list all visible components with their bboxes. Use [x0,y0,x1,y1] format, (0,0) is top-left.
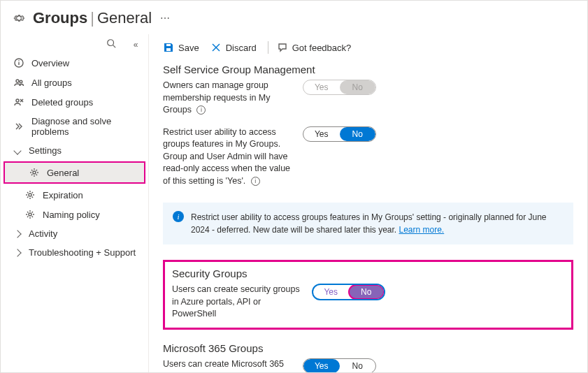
sidebar-item-deleted-groups[interactable]: Deleted groups [1,92,148,112]
section-m365-groups: Microsoft 365 Groups Users can create Mi… [163,342,573,373]
diagnose-icon [13,121,24,132]
setting-label-m365-create: Users can create Microsoft 365 groups in… [163,358,303,373]
info-banner: i Restrict user ability to access groups… [163,203,573,244]
toggle-m365-create[interactable]: Yes No [303,358,376,373]
toolbar: Save Discard Got feedback? [163,34,573,64]
svg-point-10 [33,171,36,174]
feedback-button[interactable]: Got feedback? [277,42,352,53]
section-security-groups: Security Groups Users can create securit… [163,260,573,330]
gear-icon [24,189,36,200]
section-title: Security Groups [172,268,564,279]
highlight-box-general: General [3,161,145,184]
page-header: Groups | General ⋯ [1,1,587,34]
nav-label: Troubleshooting + Support [29,247,136,258]
chevron-right-icon [13,230,21,237]
close-icon [210,42,222,53]
nav-label: All groups [31,78,72,88]
section-self-service: Self Service Group Management Owners can… [163,64,573,187]
nav-label: Diagnose and solve problems [31,116,141,137]
chevron-down-icon [13,147,21,154]
main-content: Save Discard Got feedback? Self Service … [149,34,587,372]
nav-label: Naming policy [43,210,100,220]
info-icon [13,57,24,68]
learn-more-link[interactable]: Learn more. [399,225,445,235]
toggle-yes[interactable]: Yes [303,80,340,94]
header-separator: | [90,9,94,27]
svg-point-4 [18,60,20,61]
sidebar-item-overview[interactable]: Overview [1,53,148,73]
sidebar: « Overview All groups Deleted groups Dia… [1,34,149,372]
nav-label: Expiration [43,190,83,200]
deleted-groups-icon [13,96,24,108]
nav-label: Settings [29,145,62,156]
groups-icon [13,77,24,88]
save-button[interactable]: Save [163,42,199,53]
svg-point-0 [108,40,114,46]
save-icon [163,42,174,53]
sidebar-item-diagnose[interactable]: Diagnose and solve problems [1,112,148,141]
discard-button[interactable]: Discard [210,42,257,53]
gear-icon [12,11,26,25]
nav-label: General [47,168,79,178]
toggle-security-create[interactable]: Yes No [312,284,385,300]
sidebar-item-settings[interactable]: Settings [1,141,148,160]
sidebar-item-activity[interactable]: Activity [1,224,148,243]
toggle-no[interactable]: No [340,359,376,373]
page-title: Groups [33,9,87,27]
search-icon[interactable] [106,38,116,50]
toggle-no[interactable]: No [340,80,376,94]
svg-point-6 [20,80,22,83]
gear-icon [24,209,36,220]
sidebar-item-all-groups[interactable]: All groups [1,73,148,92]
page-subtitle: General [97,9,152,27]
nav-label: Deleted groups [31,97,93,108]
toggle-yes[interactable]: Yes [303,359,340,373]
feedback-label: Got feedback? [292,43,352,53]
setting-label-security-create: Users can create security groups in Azur… [172,284,312,321]
toggle-no[interactable]: No [349,285,385,299]
section-title: Self Service Group Management [163,64,573,75]
save-label: Save [178,43,199,53]
collapse-icon[interactable]: « [129,40,143,50]
chevron-right-icon [13,249,21,256]
nav-label: Overview [31,58,69,68]
svg-line-1 [113,45,116,48]
sidebar-item-general[interactable]: General [5,163,144,182]
svg-point-5 [16,80,19,82]
setting-label-restrict-access: Restrict user ability to access groups f… [163,126,303,188]
setting-label-membership-requests: Owners can manage group membership reque… [163,80,303,117]
toggle-restrict-access[interactable]: Yes No [303,126,376,142]
info-icon[interactable]: i [251,177,260,186]
more-icon[interactable]: ⋯ [160,13,171,24]
nav-label: Activity [29,228,57,239]
section-title: Microsoft 365 Groups [163,342,573,354]
feedback-icon [277,42,288,53]
toggle-no[interactable]: No [340,127,376,141]
svg-point-11 [29,193,31,196]
svg-point-12 [29,213,31,216]
info-icon: i [173,211,184,222]
sidebar-item-troubleshoot[interactable]: Troubleshooting + Support [1,243,148,262]
sidebar-item-naming[interactable]: Naming policy [1,205,148,224]
toggle-yes[interactable]: Yes [313,285,349,299]
sidebar-item-expiration[interactable]: Expiration [1,185,148,205]
discard-label: Discard [226,43,257,53]
info-text: Restrict user ability to access groups f… [191,212,547,235]
toggle-yes[interactable]: Yes [303,127,340,141]
gear-icon [29,167,40,178]
info-icon[interactable]: i [196,105,206,115]
toolbar-separator [268,41,268,54]
toggle-membership-requests[interactable]: Yes No [303,80,376,95]
svg-point-7 [16,99,19,102]
